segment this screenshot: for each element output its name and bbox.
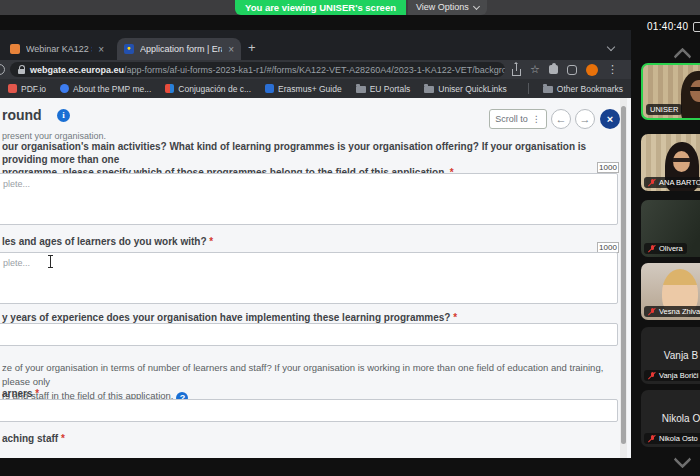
tab-webinar[interactable]: Webinar KA122 SERBIA – Goog × <box>3 38 111 60</box>
required-asterisk: * <box>453 312 457 323</box>
mic-muted-icon <box>648 307 656 316</box>
number-of-learners-input[interactable] <box>0 399 618 422</box>
bookmark-label: About the PMP me... <box>73 84 151 94</box>
participant-tile-uniser[interactable]: UNISER <box>641 63 700 120</box>
bookmark-erasmus-guide[interactable]: Erasmus+ Guide <box>265 84 342 94</box>
bookmarks-bar: PDF.io About the PMP me... Conjugación d… <box>0 79 631 98</box>
text-cursor <box>50 255 51 268</box>
more-participants-chevron-down-icon[interactable] <box>673 450 691 468</box>
participant-tile-ana[interactable]: ANA BARTO <box>641 134 700 191</box>
other-bookmarks[interactable]: Other Bookmarks <box>543 84 623 94</box>
question-text: les and ages of learners do you work wit… <box>2 236 207 247</box>
bookmark-label: Other Bookmarks <box>557 84 623 94</box>
browser-menu-icon[interactable]: ⋮ <box>607 64 618 75</box>
application-form-page: round i Scroll to ⋮ ← → × present your o… <box>0 98 631 458</box>
erasmus-tab-favicon <box>124 44 134 54</box>
learners-label: arners * <box>2 388 39 399</box>
view-options-button[interactable]: View Options <box>408 0 487 15</box>
required-asterisk: * <box>61 433 65 444</box>
bookmark-label: EU Portals <box>370 84 411 94</box>
question-learner-profiles: les and ages of learners do you work wit… <box>2 235 608 248</box>
char-counter: 1000 <box>597 162 619 173</box>
browser-toolbar: webgate.ec.europa.eu/app-forms/af-ui-for… <box>0 60 631 79</box>
page-scrollbar[interactable] <box>620 98 627 458</box>
bookmark-folder-eu-portals[interactable]: EU Portals <box>356 84 411 94</box>
browser-window: Webinar KA122 SERBIA – Goog × Applicatio… <box>0 30 631 458</box>
participant-tile-vanja[interactable]: Vanja B Vanja Boriči <box>641 327 700 384</box>
conjugation-icon <box>165 84 174 93</box>
bookmarks-separator <box>528 83 529 94</box>
folder-icon <box>356 86 366 93</box>
tab-close-icon[interactable]: × <box>228 44 234 55</box>
bookmark-conjugacion[interactable]: Conjugación de c... <box>165 84 251 94</box>
folder-icon <box>424 86 434 93</box>
reload-icon[interactable] <box>0 64 5 75</box>
bookmark-label: Uniser QuickLinks <box>438 84 507 94</box>
required-asterisk: * <box>35 388 39 399</box>
kebab-menu-icon: ⋮ <box>532 114 541 124</box>
participant-name-label: UNISER <box>646 104 682 115</box>
tab-groups-icon[interactable] <box>567 65 577 75</box>
close-section-button[interactable]: × <box>600 109 620 129</box>
mic-muted-icon <box>648 434 656 443</box>
share-icon[interactable] <box>512 69 521 76</box>
zoom-meeting-screen: You are viewing UNISER's screen View Opt… <box>0 0 700 476</box>
participant-name-label: Vanja Boriči <box>644 370 700 381</box>
gallery-view-icon[interactable] <box>693 22 700 32</box>
participant-tile-nikola[interactable]: Nikola O Nikola Osto <box>641 390 700 447</box>
address-bar[interactable]: webgate.ec.europa.eu/app-forms/af-ui-for… <box>10 62 505 77</box>
viewing-screen-banner: You are viewing UNISER's screen <box>235 0 406 15</box>
folder-icon <box>543 86 553 93</box>
participant-name-label: Vesna Zhiva <box>644 306 700 317</box>
section-title: round <box>2 107 42 123</box>
scroll-to-label: Scroll to <box>495 114 528 124</box>
page-url: webgate.ec.europa.eu/app-forms/af-ui-for… <box>30 65 505 75</box>
tab-search-chevron-icon[interactable] <box>607 43 615 51</box>
tab-application-form[interactable]: Application form | Erasmus+ an × <box>117 38 241 60</box>
bookmark-pmp[interactable]: About the PMP me... <box>60 84 151 94</box>
toolbar-icons: ☆ ⋮ <box>512 60 618 79</box>
view-options-label: View Options <box>416 0 469 15</box>
meeting-top-bar: You are viewing UNISER's screen View Opt… <box>0 0 700 15</box>
tab-title: Webinar KA122 SERBIA – Goog <box>26 44 92 54</box>
main-activities-textarea[interactable] <box>0 173 618 225</box>
pdf-icon <box>8 84 17 93</box>
question-text: our organisation's main activities? What… <box>2 140 608 166</box>
next-section-button[interactable]: → <box>575 109 595 129</box>
required-asterisk: * <box>209 236 213 247</box>
browser-tab-strip: Webinar KA122 SERBIA – Goog × Applicatio… <box>0 30 631 60</box>
erasmus-icon <box>265 84 274 93</box>
scroll-to-button[interactable]: Scroll to ⋮ <box>489 109 547 129</box>
previous-section-button[interactable]: ← <box>551 109 571 129</box>
extensions-puzzle-icon[interactable] <box>549 65 558 74</box>
info-icon[interactable]: i <box>57 109 70 122</box>
learner-profiles-textarea[interactable] <box>0 252 618 304</box>
mic-muted-icon <box>648 244 656 253</box>
screen-share-banner-group: You are viewing UNISER's screen View Opt… <box>235 0 487 15</box>
mic-muted-icon <box>648 178 656 187</box>
tab-title: Application form | Erasmus+ an <box>140 44 222 54</box>
organisation-size-text: ze of your organisation in terms of numb… <box>2 361 614 404</box>
participant-tile-vesna[interactable]: Vesna Zhiva <box>641 263 700 320</box>
bookmark-pdfio[interactable]: PDF.io <box>8 84 46 94</box>
chevron-down-icon <box>473 3 480 10</box>
bookmark-star-icon[interactable]: ☆ <box>530 64 540 75</box>
lock-icon[interactable] <box>18 69 25 74</box>
webinar-tab-favicon <box>10 44 20 54</box>
bookmark-label: PDF.io <box>21 84 46 94</box>
years-experience-input[interactable] <box>0 323 618 346</box>
scrollbar-thumb[interactable] <box>621 106 626 444</box>
profile-avatar[interactable] <box>586 64 598 76</box>
new-tab-button[interactable]: + <box>248 40 256 55</box>
participant-tile-olivera[interactable]: Olivera <box>641 200 700 257</box>
participant-name-label: Nikola Osto <box>644 433 700 444</box>
paragraph-text: ze of your organisation in terms of numb… <box>2 361 614 389</box>
mic-muted-icon <box>648 371 656 380</box>
tab-close-icon[interactable]: × <box>98 44 104 55</box>
pmp-icon <box>60 84 69 93</box>
participant-name-label: ANA BARTO <box>644 177 700 188</box>
url-domain: webgate.ec.europa.eu <box>30 65 124 75</box>
participant-name-label: Olivera <box>644 243 687 254</box>
question-text: y years of experience does your organisa… <box>2 312 450 323</box>
bookmark-folder-uniser[interactable]: Uniser QuickLinks <box>424 84 507 94</box>
